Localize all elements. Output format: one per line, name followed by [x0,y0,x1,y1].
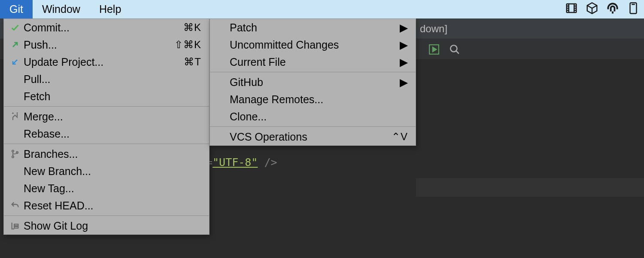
menu-item-update-project[interactable]: Update Project... ⌘T [4,53,209,71]
menubar-item-window[interactable]: Window [33,0,90,18]
merge-icon [9,112,21,121]
menu-separator [4,144,209,144]
menubar-item-help[interactable]: Help [90,0,131,18]
menu-label: Uncommitted Changes [230,39,400,51]
svg-point-2 [450,45,457,52]
run-icon[interactable] [428,44,440,55]
arrow-up-right-icon [9,40,21,49]
menu-item-show-git-log[interactable]: Show Git Log [4,217,209,234]
menu-item-commit[interactable]: Commit... ⌘K [4,19,209,36]
menu-shortcut: ⌘T [184,56,201,68]
menu-label: Clone... [230,111,408,123]
menu-label: GitHub [230,76,400,89]
git-submenu: Patch ▶ Uncommitted Changes ▶ Current Fi… [210,18,416,146]
svg-rect-23 [14,224,18,226]
menu-shortcut: ⌘K [183,22,201,34]
menu-label: Rebase... [24,128,201,140]
chevron-right-icon: ▶ [400,76,408,89]
check-icon [9,23,21,32]
menubar-label: Git [9,3,23,15]
menu-separator [210,126,416,127]
menu-item-rebase[interactable]: Rebase... [4,125,209,142]
menu-item-reset-head[interactable]: Reset HEAD... [4,197,209,214]
menubar-right-icons [565,0,644,18]
submenu-item-manage-remotes[interactable]: Manage Remotes... [210,91,416,108]
submenu-item-patch[interactable]: Patch ▶ [210,19,416,36]
submenu-item-clone[interactable]: Clone... [210,108,416,125]
menu-item-pull[interactable]: Pull... [4,71,209,88]
menu-item-branches[interactable]: Branches... [4,145,209,163]
cube-icon[interactable] [586,2,598,17]
fingerprint-icon[interactable] [606,2,619,17]
svg-line-19 [13,60,17,64]
menu-label: Patch [230,22,400,34]
menu-label: Fetch [24,90,201,103]
menu-item-new-tag[interactable]: New Tag... [4,180,209,197]
branch-icon [9,149,21,159]
gutter-highlight [416,178,644,197]
code-suffix: /> [258,156,277,169]
svg-marker-1 [433,47,437,52]
menubar-label: Window [42,3,80,15]
log-icon [9,221,21,230]
menu-separator [4,106,209,107]
chevron-right-icon: ▶ [400,39,408,51]
submenu-item-current-file[interactable]: Current File ▶ [210,53,416,71]
chevron-right-icon: ▶ [400,22,408,34]
menubar: Git Window Help [0,0,644,18]
menu-label: Current File [230,56,400,68]
svg-line-3 [456,51,459,54]
search-icon[interactable] [449,44,460,55]
menu-label: New Tag... [24,182,201,195]
submenu-item-uncommitted[interactable]: Uncommitted Changes ▶ [210,36,416,53]
menu-label: Reset HEAD... [24,200,201,212]
menu-item-new-branch[interactable]: New Branch... [4,163,209,180]
svg-point-21 [12,156,14,158]
menu-label: Merge... [24,111,201,123]
menu-label: Show Git Log [24,220,201,232]
device-icon[interactable] [627,2,640,17]
menu-separator [4,215,209,216]
menu-label: New Branch... [24,165,201,178]
menu-separator [210,72,416,72]
tab-fragment: down] [420,23,447,35]
film-icon[interactable] [565,2,578,17]
menu-label: VCS Operations [230,131,392,143]
menu-item-merge[interactable]: Merge... [4,108,209,125]
submenu-item-vcs-ops[interactable]: VCS Operations ⌃V [210,128,416,145]
git-menu: Commit... ⌘K Push... ⇧⌘K Update Project.… [3,18,210,235]
menu-label: Branches... [24,148,201,160]
menu-item-fetch[interactable]: Fetch [4,88,209,105]
menu-label: Manage Remotes... [230,93,408,106]
menu-label: Pull... [24,73,201,86]
menu-label: Commit... [24,22,183,34]
menu-shortcut: ⇧⌘K [174,39,201,51]
svg-rect-24 [14,227,18,228]
arrow-down-left-icon [9,58,21,66]
submenu-item-github[interactable]: GitHub ▶ [210,74,416,91]
svg-point-20 [12,150,14,152]
code-attr-value: "UTF-8" [213,156,258,169]
chevron-right-icon: ▶ [400,56,408,68]
undo-icon [9,201,21,210]
menu-label: Push... [24,39,174,51]
menu-item-push[interactable]: Push... ⇧⌘K [4,36,209,53]
menubar-label: Help [99,3,121,15]
svg-rect-15 [612,11,614,13]
menu-shortcut: ⌃V [392,131,408,143]
svg-line-18 [13,43,17,47]
menubar-item-git[interactable]: Git [0,0,33,18]
menu-label: Update Project... [24,56,184,68]
